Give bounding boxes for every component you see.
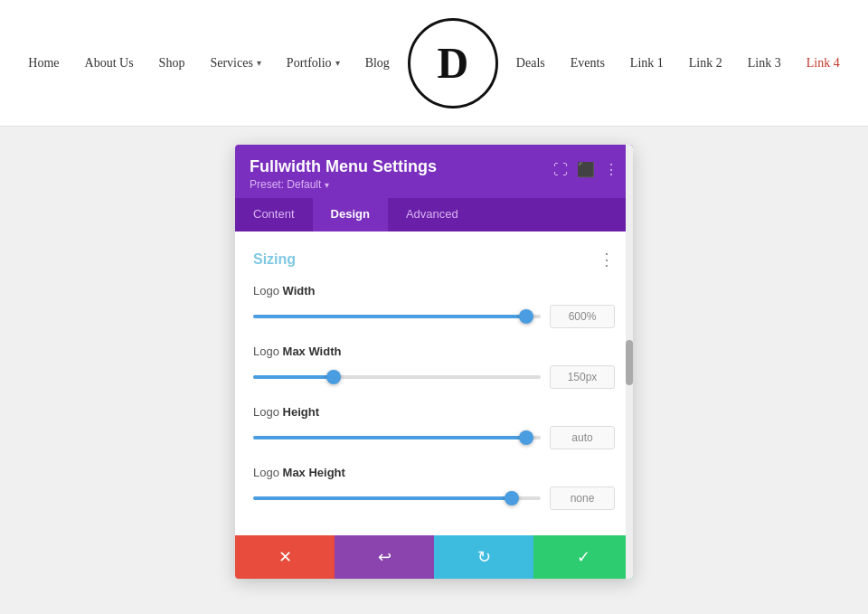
main-content: Fullwidth Menu Settings Preset: Default … [0,127,868,614]
save-button[interactable]: ✓ [533,535,633,579]
logo-width-slider[interactable] [253,314,541,319]
logo-max-height-row: Logo Max Height [253,466,615,510]
slider-fill [253,436,526,439]
chevron-down-icon: ▾ [335,58,340,68]
nav-links-right: Deals Events Link 1 Link 2 Link 3 Link 4 [516,56,840,71]
logo-height-row: Logo Height [253,405,615,449]
nav-links-left: Home About Us Shop Services ▾ Portfolio … [28,56,390,71]
nav-blog[interactable]: Blog [365,56,390,70]
chevron-down-icon: ▾ [257,58,261,68]
logo-width-slider-row [253,305,615,328]
slider-thumb[interactable] [519,430,533,445]
cancel-button[interactable]: ✕ [235,535,335,579]
panel-preset[interactable]: Preset: Default ▾ [250,178,437,191]
section-header: Sizing ⋮ [253,250,615,269]
slider-fill [253,315,526,318]
logo-width-row: Logo Width [253,284,615,328]
nav-services[interactable]: Services [210,56,252,71]
settings-panel: Fullwidth Menu Settings Preset: Default … [235,145,633,579]
tab-design[interactable]: Design [313,198,388,231]
expand-icon[interactable]: ⛶ [553,162,568,178]
nav-shop[interactable]: Shop [159,56,185,70]
nav-portfolio-dropdown[interactable]: Portfolio ▾ [287,56,340,71]
logo-max-height-label: Logo Max Height [253,466,615,479]
cancel-icon: ✕ [278,547,292,567]
nav-link2[interactable]: Link 2 [689,56,722,70]
panel-title: Fullwidth Menu Settings [250,157,437,176]
logo-height-slider-row [253,426,615,449]
logo-height-label: Logo Height [253,405,615,419]
redo-icon: ↻ [477,547,491,567]
nav-services-dropdown[interactable]: Services ▾ [210,56,260,71]
navbar: Home About Us Shop Services ▾ Portfolio … [0,0,868,127]
logo-max-width-value[interactable] [550,365,615,389]
logo-height-value[interactable] [550,426,615,449]
split-icon[interactable]: ⬛ [577,161,595,178]
panel-footer: ✕ ↩ ↻ ✓ [235,535,633,579]
logo-max-width-slider-row [253,365,615,389]
logo-width-value[interactable] [550,305,615,328]
tab-advanced[interactable]: Advanced [388,198,476,231]
slider-fill [253,375,334,379]
slider-thumb[interactable] [505,491,519,505]
site-logo[interactable]: D [408,18,498,109]
panel-header-icons: ⛶ ⬛ ⋮ [553,161,618,178]
undo-icon: ↩ [378,547,392,567]
logo-max-height-value[interactable] [550,486,615,510]
nav-home[interactable]: Home [28,56,59,70]
panel-body: Sizing ⋮ Logo Width [235,231,633,535]
slider-thumb[interactable] [519,309,533,324]
logo-max-width-slider[interactable] [253,374,541,380]
nav-portfolio[interactable]: Portfolio [287,56,332,71]
logo-height-slider[interactable] [253,435,541,440]
slider-fill [253,496,512,500]
logo-max-width-row: Logo Max Width [253,345,615,389]
tab-content[interactable]: Content [235,198,313,231]
logo-max-width-label: Logo Max Width [253,345,615,358]
save-icon: ✓ [577,547,590,567]
undo-button[interactable]: ↩ [335,535,434,579]
nav-link1[interactable]: Link 1 [630,56,664,70]
nav-about[interactable]: About Us [85,56,134,70]
scrollbar-thumb[interactable] [626,340,633,385]
panel-tabs: Content Design Advanced [235,198,633,231]
redo-button[interactable]: ↻ [434,535,533,579]
logo-max-height-slider[interactable] [253,496,541,501]
logo-width-label: Logo Width [253,284,615,298]
nav-link3[interactable]: Link 3 [748,56,781,70]
nav-events[interactable]: Events [571,56,605,70]
section-title: Sizing [253,251,296,268]
slider-thumb[interactable] [326,370,341,384]
logo-max-height-slider-row [253,486,615,510]
section-more-icon[interactable]: ⋮ [599,250,615,269]
panel-header-left: Fullwidth Menu Settings Preset: Default … [250,157,437,191]
panel-header: Fullwidth Menu Settings Preset: Default … [235,145,633,198]
nav-link4[interactable]: Link 4 [807,56,840,70]
scrollbar[interactable] [626,145,633,579]
more-icon[interactable]: ⋮ [604,161,618,178]
nav-deals[interactable]: Deals [516,56,545,70]
preset-arrow-icon: ▾ [325,180,329,190]
